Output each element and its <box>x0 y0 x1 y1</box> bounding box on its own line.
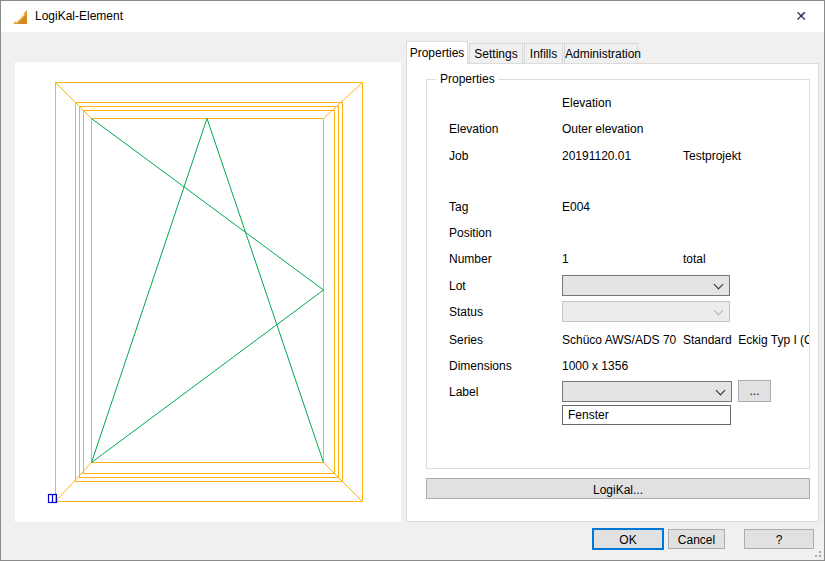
logikal-logo-icon <box>11 8 29 26</box>
job-name-value: Testprojekt <box>683 149 741 163</box>
lot-dropdown[interactable]: Not assigned <box>562 275 730 296</box>
chevron-down-icon <box>714 306 724 316</box>
tab-infills[interactable]: Infills <box>524 43 563 63</box>
logikal-button[interactable]: LogiKal... <box>426 478 810 499</box>
lot-label: Lot <box>449 279 466 293</box>
tag-label: Tag <box>449 200 468 214</box>
status-dropdown: Calculation <box>562 301 730 322</box>
resize-grip-icon[interactable] <box>811 547 821 557</box>
window-title: LogiKal-Element <box>35 9 123 23</box>
series-value: Schüco AWS/ADS 70 Standard Eckig Typ I (… <box>562 333 809 347</box>
number-label: Number <box>449 252 492 266</box>
status-dropdown-value: Calculation <box>588 319 647 322</box>
title-bar: LogiKal-Element ✕ <box>1 1 824 32</box>
job-number-value: 20191120.01 <box>562 149 631 163</box>
tab-settings[interactable]: Settings <box>469 43 523 63</box>
logikal-element-dialog: { "window": { "title": "LogiKal-Element"… <box>0 0 825 561</box>
dimensions-value: 1000 x 1356 <box>562 359 628 373</box>
tab-properties[interactable]: Properties <box>406 41 468 64</box>
elevation-value: Outer elevation <box>562 122 643 136</box>
frame-outline <box>56 83 363 502</box>
tab-properties-label: Properties <box>410 46 465 60</box>
properties-tab-page: Properties Elevation Elevation Outer ele… <box>406 63 819 522</box>
label-more-button[interactable]: ... <box>738 380 771 402</box>
elevation-label: Elevation <box>449 122 498 136</box>
cancel-button[interactable]: Cancel <box>668 529 725 549</box>
elevation-drawing-panel[interactable] <box>15 62 401 522</box>
tab-administration-label: Administration <box>565 47 641 61</box>
label-language-value: english (uk) <box>588 399 650 402</box>
properties-groupbox: Properties Elevation Elevation Outer ele… <box>426 79 810 469</box>
dimensions-label: Dimensions <box>449 359 512 373</box>
tab-infills-label: Infills <box>530 47 557 61</box>
close-icon[interactable]: ✕ <box>788 5 814 27</box>
chevron-down-icon <box>716 386 726 396</box>
tab-administration[interactable]: Administration <box>564 43 638 63</box>
label-text-input[interactable]: Fenster <box>562 405 731 425</box>
tab-settings-label: Settings <box>474 47 517 61</box>
tilt-turn-symbol <box>92 119 324 463</box>
chevron-down-icon <box>714 280 724 290</box>
groupbox-legend: Properties <box>436 72 499 86</box>
window-elevation-drawing <box>15 62 401 522</box>
ok-button[interactable]: OK <box>592 528 664 550</box>
label-label: Label <box>449 385 478 399</box>
job-label: Job <box>449 149 468 163</box>
tag-value: E004 <box>562 200 590 214</box>
label-language-dropdown[interactable]: english (uk) <box>562 381 732 402</box>
elevation-header-value: Elevation <box>562 96 611 110</box>
position-label: Position <box>449 226 492 240</box>
number-value: 1 <box>562 252 569 266</box>
lot-dropdown-value: Not assigned <box>588 293 658 296</box>
status-label: Status <box>449 305 483 319</box>
help-button[interactable]: ? <box>744 529 814 549</box>
number-total-label: total <box>683 252 706 266</box>
series-label: Series <box>449 333 483 347</box>
